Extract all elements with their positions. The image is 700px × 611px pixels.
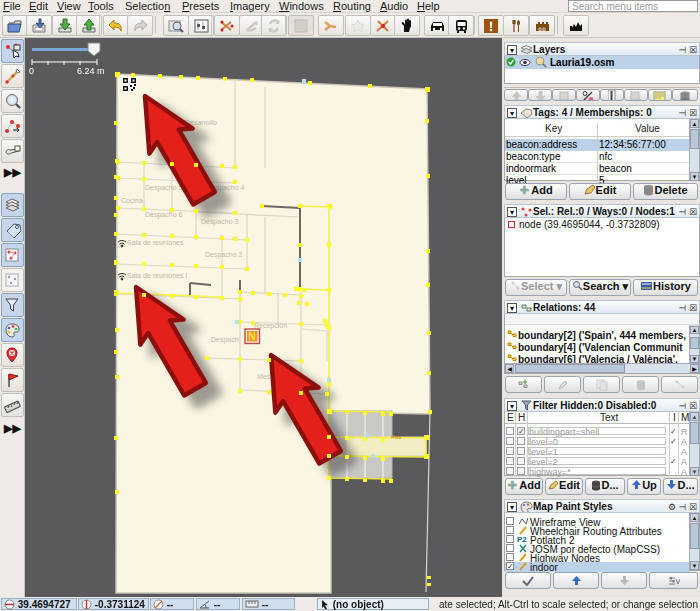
svg-text:Mes: Mes: [257, 373, 271, 380]
svg-text:Despacho 2: Despacho 2: [205, 251, 242, 259]
svg-text:Cocina: Cocina: [121, 197, 143, 204]
svg-text:Sala de reuniones I: Sala de reuniones I: [127, 272, 187, 279]
svg-text:Sala de reuniones: Sala de reuniones: [127, 239, 184, 246]
svg-text:Despacho 5: Despacho 5: [145, 184, 182, 192]
svg-text:Despach: Despach: [211, 336, 239, 344]
svg-text:Despacho 6: Despacho 6: [145, 211, 182, 219]
svg-text:0: 0: [29, 66, 34, 76]
svg-text:N: N: [248, 331, 255, 342]
svg-text:Despacho 3: Despacho 3: [201, 218, 238, 226]
svg-text:6.24 m: 6.24 m: [77, 66, 105, 76]
svg-text:Pas: Pas: [391, 434, 401, 440]
